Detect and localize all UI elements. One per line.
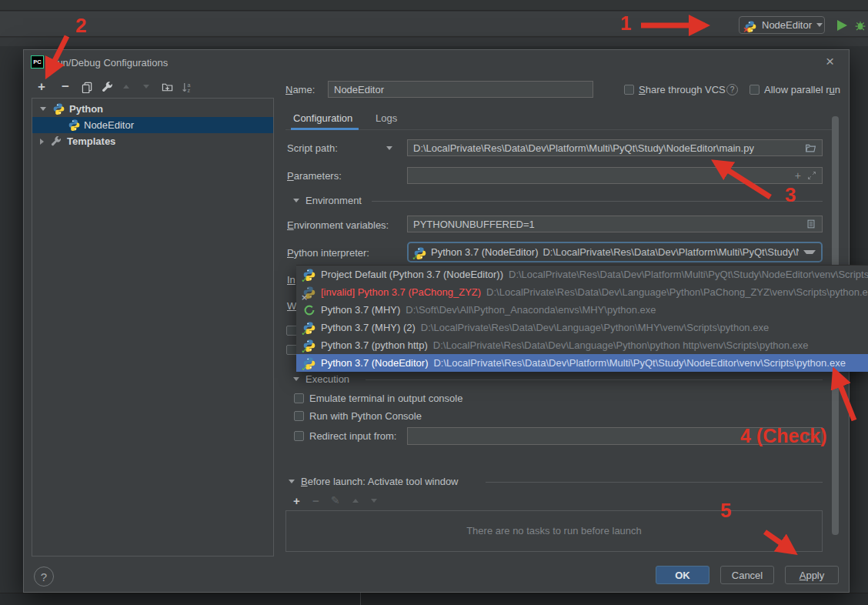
edit-templates-wrench-icon[interactable] — [102, 82, 113, 93]
python-venv-icon: ✓ — [414, 246, 426, 259]
before-launch-arrow-icon[interactable] — [289, 480, 295, 483]
apply-button[interactable]: Apply — [785, 566, 839, 584]
share-vcs-checkbox[interactable] — [624, 85, 634, 95]
parameters-field[interactable] — [407, 167, 823, 184]
script-path-field[interactable]: D:\LocalPrivate\Res\Data\Dev\Platform\Mu… — [407, 139, 823, 156]
dialog-title: Run/Debug Configurations — [50, 57, 168, 69]
invalid-mark-icon — [743, 25, 749, 34]
script-path-chevron-icon[interactable] — [386, 146, 392, 150]
interpreter-option[interactable]: ✓ Python 3.7 (MHY) (2) D:\LocalPrivate\R… — [296, 319, 868, 336]
env-variables-field[interactable]: PYTHONUNBUFFERED=1 — [407, 216, 823, 232]
tree-group-python[interactable]: Python — [32, 101, 273, 117]
name-input[interactable] — [328, 81, 593, 98]
redirect-input-checkbox[interactable] — [294, 431, 304, 441]
run-python-console-checkbox[interactable] — [294, 411, 304, 421]
option-name: [invalid] Python 3.7 (PaChong_ZYZ) — [321, 286, 481, 298]
annotation-step-1: 1 — [620, 12, 631, 35]
browse-folder-icon[interactable] — [805, 142, 816, 154]
option-path: D:\LocalPrivate\Res\Data\Dev\Language\Py… — [433, 339, 809, 351]
option-path: D:\LocalPrivate\Res\Data\Dev\Language\Py… — [421, 322, 769, 333]
interpreter-option-selected[interactable]: ✓ Python 3.7 (NodeEditor) D:\LocalPrivat… — [296, 354, 868, 372]
option-name: Python 3.7 (python http) — [321, 339, 428, 351]
python-icon — [68, 119, 80, 131]
tree-item-nodeeditor[interactable]: NodeEditor — [32, 117, 273, 133]
sort-configurations-icon[interactable] — [182, 82, 193, 93]
create-folder-icon[interactable] — [162, 82, 173, 93]
tab-configuration[interactable]: Configuration — [293, 112, 352, 125]
close-icon[interactable] — [826, 53, 834, 70]
remove-task-button[interactable] — [312, 494, 319, 507]
option-path: D:\LocalPrivate\Res\Data\Dev\Language\Py… — [486, 286, 868, 298]
emulate-terminal-label: Emulate terminal in output console — [309, 393, 462, 405]
interpreter-value-path: D:\LocalPrivate\Res\Data\Dev\Platform\Mu… — [542, 246, 799, 259]
allow-parallel-checkbox[interactable] — [749, 85, 760, 95]
python-venv-icon: ✓ — [303, 339, 315, 352]
interpreter-option[interactable]: ✓ Python 3.7 (python http) D:\LocalPriva… — [296, 336, 868, 354]
copy-configuration-icon[interactable] — [82, 82, 93, 93]
environment-section-label[interactable]: Environment — [305, 195, 362, 207]
task-move-up-icon[interactable] — [352, 499, 359, 503]
option-path: D:\LocalPrivate\Res\Data\Dev\Platform\Mu… — [433, 357, 845, 369]
run-button[interactable] — [837, 20, 847, 31]
add-macro-icon[interactable] — [795, 169, 801, 182]
option-name: Python 3.7 (NodeEditor) — [321, 357, 428, 369]
python-venv-icon: ✓ — [303, 357, 315, 369]
interpreter-option[interactable]: Python 3.7 (MHY) D:\Soft\Dev\All\Python_… — [296, 301, 868, 319]
move-up-icon[interactable] — [123, 85, 129, 89]
tab-separator — [285, 129, 832, 130]
interpreter-options-label-clipped: In — [287, 274, 295, 286]
add-configuration-button[interactable] — [38, 80, 45, 93]
section-rule — [486, 482, 823, 483]
ide-navbar — [0, 38, 868, 46]
ok-button[interactable]: OK — [656, 566, 709, 584]
remove-configuration-button[interactable] — [62, 80, 69, 93]
python-invalid-icon — [303, 286, 315, 299]
tree-group-label: Templates — [67, 135, 115, 148]
tree-group-templates[interactable]: Templates — [32, 133, 273, 149]
interpreter-option[interactable]: [invalid] Python 3.7 (PaChong_ZYZ) D:\Lo… — [296, 283, 868, 301]
expanded-arrow-icon[interactable] — [40, 107, 46, 111]
cancel-button[interactable]: Cancel — [720, 566, 774, 584]
emulate-terminal-checkbox[interactable] — [294, 393, 304, 403]
python-venv-icon: ✓ — [303, 322, 315, 334]
add-task-button[interactable] — [293, 494, 300, 507]
annotation-step-5: 5 — [720, 499, 731, 523]
option-name: Python 3.7 (MHY) — [321, 304, 400, 316]
before-launch-task-list: There are no tasks to run before launch — [285, 510, 823, 552]
execution-section-label[interactable]: Execution — [305, 373, 349, 386]
interpreter-combo[interactable]: ✓ Python 3.7 (NodeEditor) D:\LocalPrivat… — [407, 242, 823, 262]
interpreter-dropdown-popup: ✓ Project Default (Python 3.7 (NodeEdito… — [296, 265, 868, 372]
env-variables-label: Environment variables: — [287, 219, 389, 232]
tab-logs[interactable]: Logs — [376, 112, 397, 125]
interpreter-option[interactable]: ✓ Project Default (Python 3.7 (NodeEdito… — [296, 266, 868, 283]
share-vcs-label: Share through VCS — [639, 84, 726, 96]
help-button[interactable] — [34, 567, 54, 587]
redirect-input-label: Redirect input from: — [309, 430, 396, 443]
collapsed-arrow-icon[interactable] — [40, 139, 44, 145]
before-launch-label[interactable]: Before launch: Activate tool window — [301, 476, 459, 488]
option-name: Project Default (Python 3.7 (NodeEditor)… — [321, 269, 503, 280]
run-config-label: NodeEditor — [762, 19, 812, 32]
move-down-icon[interactable] — [143, 85, 149, 89]
chevron-down-icon[interactable] — [803, 250, 816, 254]
execution-section-arrow-icon[interactable] — [293, 377, 299, 381]
run-config-combo[interactable]: NodeEditor — [739, 16, 825, 34]
dialog-logo: PC — [31, 55, 44, 69]
debug-button[interactable] — [854, 19, 866, 32]
edit-task-icon[interactable] — [331, 494, 340, 507]
edit-variables-icon[interactable] — [806, 219, 816, 229]
annotation-step-3: 3 — [785, 183, 796, 207]
option-path: D:\Soft\Dev\All\Python_Anaconda\envs\MHY… — [406, 304, 656, 316]
ide-splitter-line — [360, 593, 361, 605]
interpreter-value-name: Python 3.7 (NodeEditor) — [431, 246, 538, 259]
env-variables-value: PYTHONUNBUFFERED=1 — [413, 219, 535, 230]
environment-section-arrow-icon[interactable] — [293, 199, 299, 202]
pycharm-screen: { "top_bar": { "run_config": { "label": … — [0, 0, 868, 605]
valid-check-icon: ✓ — [301, 329, 308, 337]
expand-field-icon[interactable] — [807, 171, 816, 180]
parameters-label: Parameters: — [287, 170, 342, 182]
vcs-help-icon[interactable] — [726, 84, 738, 95]
task-move-down-icon[interactable] — [371, 499, 377, 503]
tree-group-label: Python — [69, 103, 103, 115]
option-name: Python 3.7 (MHY) (2) — [321, 322, 416, 333]
